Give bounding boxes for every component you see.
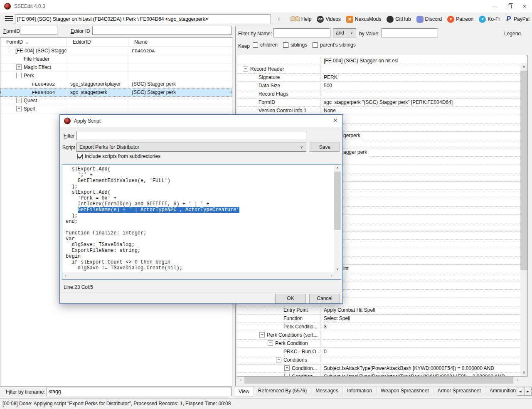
script-editor[interactable]: slExport.Add( ';' + GetElementEditValues… — [62, 164, 341, 280]
tab-referenced-by-5576[interactable]: Referenced By (5576) — [254, 386, 311, 395]
keep-option-parent-s-siblings[interactable]: parent's siblings — [313, 42, 356, 48]
record-row[interactable]: +Condition...Subject.IsAttackType(PowerA… — [237, 365, 521, 373]
hscroll-thumb[interactable] — [244, 377, 513, 384]
toolbar-link-videos[interactable]: GPVideos — [317, 16, 340, 23]
record-row[interactable]: Version Control Info 1None — [237, 107, 521, 115]
record-row[interactable]: [FE 004] (SGC) Stagger on hit.esl — [237, 57, 521, 65]
tree-row[interactable]: +Spell — [0, 105, 232, 113]
expand-minus-icon[interactable]: − — [8, 48, 13, 53]
scroll-right-icon[interactable]: › — [514, 377, 521, 384]
tab-information[interactable]: Information — [343, 386, 377, 395]
toolbar-link-help[interactable]: Help — [291, 16, 312, 23]
tab-weapon-spreadsheet[interactable]: Weapon Spreadsheet — [377, 386, 433, 395]
tree-row-formid: Magic Effect — [24, 64, 51, 70]
expand-plus-icon[interactable]: + — [284, 365, 290, 371]
tree-header-name[interactable]: Name — [128, 38, 232, 47]
editor-scroll-down-icon[interactable]: ∨ — [334, 266, 341, 272]
record-row[interactable]: Data Size500 — [237, 82, 521, 90]
expand-minus-icon[interactable]: − — [276, 357, 281, 362]
save-button[interactable]: Save — [310, 143, 340, 152]
address-bar[interactable] — [15, 14, 271, 24]
tree-row[interactable]: +Magic Effect — [0, 64, 232, 72]
close-button[interactable]: × — [517, 0, 532, 12]
tree-header-formid[interactable]: FormID▲ — [0, 38, 67, 47]
record-hscrollbar[interactable]: ‹ › — [237, 377, 521, 384]
minimize-button[interactable] — [487, 0, 502, 12]
record-row[interactable]: −Conditions — [237, 356, 521, 365]
tab-messages[interactable]: Messages — [311, 386, 343, 395]
filename-filter-input[interactable] — [47, 387, 232, 396]
record-row[interactable]: Perk Conditio...3 — [237, 323, 521, 331]
toolbar-link-discord[interactable]: Discord — [416, 16, 442, 23]
tree-header-editorid[interactable]: EditorID — [67, 38, 128, 47]
dialog-close-icon[interactable]: × — [328, 115, 342, 127]
record-row[interactable]: Entry PointApply Combat Hit Spell — [237, 306, 521, 315]
editor-hscrollbar[interactable]: ‹ › — [62, 272, 335, 279]
record-vscrollbar[interactable]: ∧ ∨ — [520, 63, 527, 376]
tree-cell-formid: +Magic Effect — [0, 64, 67, 71]
include-subdirs-checkbox[interactable] — [77, 154, 83, 159]
keep-option-siblings[interactable]: siblings — [283, 42, 307, 48]
toolbar-link-paypal[interactable]: PPayPal — [505, 16, 530, 23]
restore-button[interactable] — [502, 0, 517, 12]
ok-button[interactable]: OK — [275, 294, 306, 303]
editor-vscroll-thumb[interactable] — [334, 172, 341, 230]
tree-row[interactable]: File Header — [0, 55, 232, 64]
expand-minus-icon[interactable]: − — [16, 73, 22, 78]
checkbox[interactable] — [283, 42, 288, 48]
expand-plus-icon[interactable]: + — [16, 64, 22, 70]
dialog-filter-input[interactable] — [76, 131, 306, 140]
expand-plus-icon[interactable]: + — [284, 374, 290, 377]
tree-row[interactable]: −[FE 004] (SGC) Stagger on hit.eslFB4C02… — [0, 47, 232, 55]
tree-row[interactable]: +Quest — [0, 97, 232, 105]
expand-plus-icon[interactable]: + — [16, 98, 22, 103]
expand-minus-icon[interactable]: − — [243, 66, 248, 71]
tab-armor-spreadsheet[interactable]: Armor Spreadsheet — [433, 386, 485, 395]
tab-view[interactable]: View — [234, 386, 254, 397]
code-line: end; — [66, 219, 335, 224]
record-row[interactable]: FunctionSelect Spell — [237, 315, 521, 323]
scroll-down-icon[interactable]: ∨ — [520, 369, 527, 376]
tree-row[interactable]: FE004802sgc_staggerperkplayer(SGC) Stagg… — [0, 80, 232, 89]
toolbar-link-ko-fi[interactable]: ♥Ko-Fi — [479, 16, 500, 23]
scroll-left-icon[interactable]: ‹ — [237, 377, 244, 384]
toolbar-link-patreon[interactable]: PPatreon — [447, 16, 473, 23]
editor-scroll-up-icon[interactable]: ∧ — [334, 165, 341, 171]
tabs-scroll-right-button[interactable]: ▶ — [524, 387, 532, 396]
record-row[interactable]: +ConditionSubject.IsAttackType(PowerAtta… — [237, 373, 521, 377]
expand-minus-icon[interactable]: − — [259, 332, 265, 338]
filter-operator-select[interactable]: and — [333, 28, 356, 37]
nav-back-button[interactable]: ‹ — [273, 13, 284, 25]
record-row[interactable]: SignaturePERK — [237, 74, 521, 82]
cancel-button[interactable]: Cancel — [309, 294, 340, 303]
tree-row[interactable]: FE004D64sgc_staggerperk(SGC) Stagger per… — [0, 89, 232, 97]
formid-input[interactable] — [20, 26, 57, 35]
record-row[interactable]: −Perk Condition — [237, 340, 521, 348]
editorid-input[interactable] — [92, 26, 232, 35]
tree-row[interactable]: −Perk — [0, 72, 232, 80]
vscroll-thumb[interactable] — [520, 71, 527, 270]
filter-by-value-input[interactable] — [382, 28, 438, 37]
record-row[interactable]: Record Flags — [237, 90, 521, 99]
tabs-scroll-left-button[interactable]: ◀ — [517, 387, 524, 396]
editor-scroll-left-icon[interactable]: ‹ — [62, 272, 69, 279]
editor-vscrollbar[interactable]: ∧ ∨ — [334, 165, 341, 272]
script-select[interactable]: Export Perks for Distributor — [76, 143, 306, 152]
legend-link[interactable]: Legend — [504, 31, 521, 37]
record-row[interactable]: FormIDsgc_staggerperk "(SGC) Stagger per… — [237, 99, 521, 107]
checkbox[interactable] — [313, 42, 318, 48]
keep-option-children[interactable]: children — [253, 42, 278, 48]
expand-minus-icon[interactable]: − — [268, 340, 273, 346]
menu-icon[interactable] — [5, 16, 13, 22]
toolbar-link-nexusmods[interactable]: ✕NexusMods — [346, 16, 381, 23]
include-subdirs-option[interactable]: Include scripts from subdirectories — [77, 153, 160, 159]
record-row[interactable]: −Perk Conditions (sort... — [237, 331, 521, 340]
code-line: slExport.Add( — [66, 166, 335, 172]
filter-by-name-input[interactable] — [273, 28, 330, 37]
checkbox[interactable] — [253, 42, 258, 48]
toolbar-link-github[interactable]: GitHub — [387, 16, 411, 23]
scroll-up-icon[interactable]: ∧ — [520, 63, 527, 70]
expand-plus-icon[interactable]: + — [16, 106, 22, 111]
record-row[interactable]: −Record Header — [237, 65, 521, 74]
record-row[interactable]: PRKC - Run O...0 — [237, 348, 521, 356]
